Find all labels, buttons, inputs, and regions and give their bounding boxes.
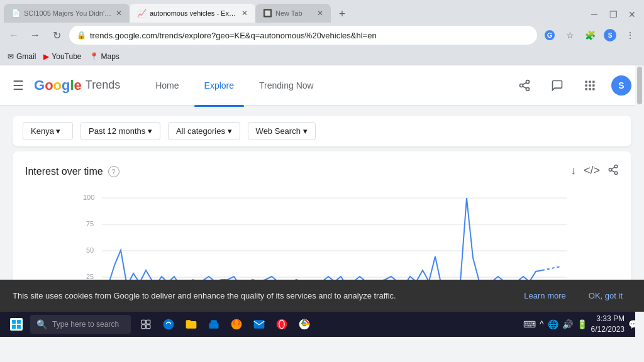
chrome-icon[interactable]	[294, 314, 314, 334]
minimize-button[interactable]: ─	[586, 6, 602, 23]
maps-label: Maps	[101, 52, 119, 61]
svg-point-18	[614, 172, 618, 175]
store-icon[interactable]	[204, 314, 224, 334]
chart-share-icon[interactable]	[608, 164, 619, 178]
bookmark-youtube[interactable]: ▶ YouTube	[43, 52, 81, 61]
address-actions: G ☆ 🧩 S ⋮	[541, 26, 639, 44]
tab1-close[interactable]: ✕	[116, 9, 122, 18]
clock-time: 3:33 PM	[591, 314, 625, 324]
url-text: trends.google.com/trends/explore?geo=KE&…	[90, 31, 530, 40]
share-icon[interactable]	[513, 74, 536, 97]
tab-2[interactable]: 📈 autonomous vehicles - Explore - ✕	[130, 4, 255, 23]
chart-title-group: Interest over time ?	[25, 166, 119, 177]
svg-point-2	[526, 80, 530, 83]
task-view-button[interactable]	[136, 314, 156, 334]
bookmark-gmail[interactable]: ✉ Gmail	[8, 52, 36, 61]
new-tab-button[interactable]: +	[333, 5, 351, 23]
scrollbar-thumb[interactable]	[637, 67, 642, 104]
tray-battery-icon[interactable]: 🔋	[577, 319, 587, 329]
svg-rect-22	[17, 320, 21, 324]
filter-search-type[interactable]: Web Search ▾	[248, 122, 316, 140]
filter-timerange[interactable]: Past 12 months ▾	[80, 122, 160, 140]
menu-icon[interactable]: ⋮	[621, 26, 639, 44]
tray-clock[interactable]: 3:33 PM 6/12/2023	[591, 314, 625, 335]
star-icon[interactable]: ☆	[561, 26, 579, 44]
opera-icon[interactable]	[272, 314, 292, 334]
tray-chevron-icon[interactable]: ^	[540, 319, 544, 329]
filter-category[interactable]: All categories ▾	[168, 122, 240, 140]
apps-icon[interactable]	[579, 74, 601, 97]
svg-point-32	[277, 319, 287, 330]
user-avatar[interactable]: S	[611, 75, 631, 96]
firefox-icon[interactable]	[226, 314, 247, 334]
header-actions: S	[513, 74, 631, 97]
tab1-favicon: 📄	[11, 9, 20, 18]
close-button[interactable]: ✕	[624, 6, 640, 23]
profile-circle-icon[interactable]: S	[601, 26, 619, 44]
restore-button[interactable]: ❐	[605, 6, 621, 23]
nav-home[interactable]: Home	[145, 75, 189, 96]
svg-point-4	[526, 87, 530, 90]
svg-rect-21	[12, 320, 16, 324]
feedback-icon[interactable]	[546, 74, 569, 97]
nav-trending-now[interactable]: Trending Now	[249, 75, 324, 96]
learn-more-button[interactable]: Learn more	[515, 287, 574, 304]
tab-1[interactable]: 📄 SCI1005 Majors You Didn't Kno... ✕	[4, 4, 130, 23]
tray-keyboard-icon[interactable]: ⌨	[523, 319, 536, 329]
info-icon[interactable]: ?	[108, 166, 119, 177]
tab2-close[interactable]: ✕	[242, 9, 248, 18]
edge-icon[interactable]	[158, 314, 179, 334]
search-icon: 🔍	[36, 319, 47, 329]
url-bar[interactable]: 🔒 trends.google.com/trends/explore?geo=K…	[69, 26, 537, 45]
extensions-icon[interactable]: 🧩	[581, 26, 599, 44]
address-bar: ← → ↻ 🔒 trends.google.com/trends/explore…	[0, 23, 644, 48]
svg-rect-12	[592, 84, 594, 86]
svg-rect-31	[254, 320, 265, 328]
browser-chrome: 📄 SCI1005 Majors You Didn't Kno... ✕ 📈 a…	[0, 0, 644, 65]
mail-icon[interactable]	[249, 314, 269, 334]
svg-rect-29	[209, 323, 219, 328]
trends-nav: Home Explore Trending Now	[145, 75, 513, 96]
tab2-title: autonomous vehicles - Explore -	[150, 9, 238, 17]
reload-button[interactable]: ↻	[48, 26, 65, 44]
y-label-100: 100	[83, 194, 94, 201]
tray-network-icon[interactable]: 🌐	[548, 319, 558, 329]
forward-button[interactable]: →	[26, 26, 44, 44]
start-button[interactable]	[5, 313, 28, 336]
taskbar-pinned-icons	[136, 314, 314, 334]
gmail-icon: ✉	[8, 52, 14, 61]
download-icon[interactable]: ↓	[570, 164, 576, 178]
tray-volume-icon[interactable]: 🔊	[562, 319, 573, 329]
clock-date: 6/12/2023	[591, 324, 625, 335]
svg-rect-14	[589, 88, 591, 90]
y-label-50: 50	[86, 246, 94, 254]
svg-rect-7	[586, 80, 587, 82]
nav-explore[interactable]: Explore	[194, 75, 244, 96]
svg-rect-11	[589, 84, 591, 86]
bookmark-maps[interactable]: 📍 Maps	[89, 52, 119, 61]
svg-rect-8	[589, 80, 591, 82]
tab-3[interactable]: 🔲 New Tab ✕	[255, 4, 331, 23]
taskbar: 🔍 Type here to search	[0, 312, 644, 337]
svg-rect-27	[142, 325, 145, 329]
svg-line-6	[523, 82, 526, 84]
svg-point-16	[614, 165, 618, 168]
ok-got-it-button[interactable]: OK, got it	[580, 287, 631, 304]
explorer-icon[interactable]	[181, 314, 201, 334]
search-placeholder: Type here to search	[52, 320, 119, 329]
svg-rect-15	[592, 88, 594, 90]
filter-country[interactable]: Kenya ▾	[23, 122, 73, 140]
embed-icon[interactable]: </>	[584, 164, 600, 178]
back-button[interactable]: ←	[5, 26, 23, 44]
windows-logo	[10, 318, 23, 331]
tab3-close[interactable]: ✕	[317, 9, 323, 18]
filter-bar: Kenya ▾ Past 12 months ▾ All categories …	[13, 116, 631, 146]
taskbar-search[interactable]: 🔍 Type here to search	[30, 315, 131, 334]
y-label-75: 75	[86, 220, 94, 228]
hamburger-menu[interactable]: ☰	[13, 78, 24, 93]
tab1-title: SCI1005 Majors You Didn't Kno...	[24, 9, 112, 17]
chart-header: Interest over time ? ↓ </>	[25, 164, 619, 178]
google-lens-icon[interactable]: G	[541, 26, 558, 44]
cookie-text: This site uses cookies from Google to de…	[13, 291, 515, 300]
chart-actions: ↓ </>	[570, 164, 619, 178]
